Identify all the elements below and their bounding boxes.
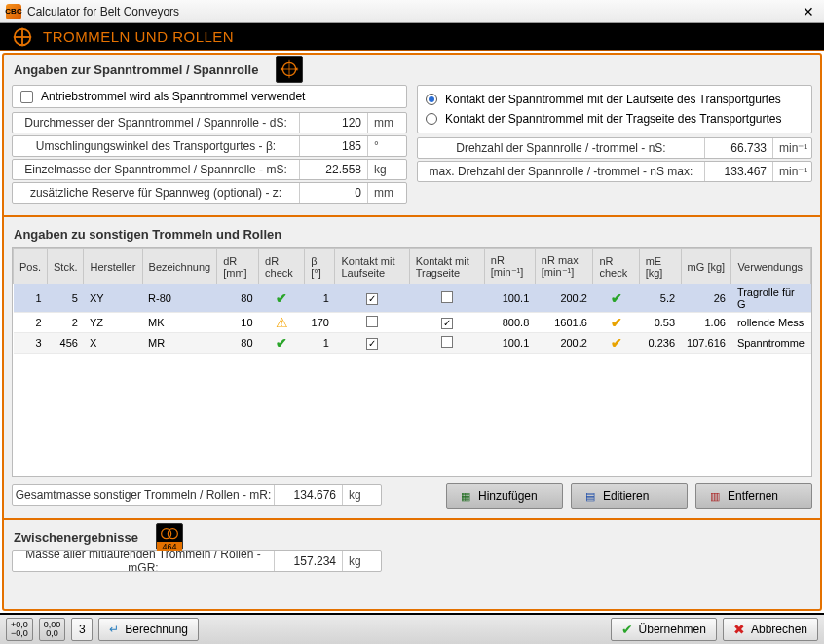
badge-value: 464 [157,542,182,551]
delete-button[interactable]: ▥Entfernen [695,483,812,509]
edit-icon: ▤ [583,489,597,503]
cancel-icon: ✖ [733,622,745,637]
svg-point-7 [168,528,177,538]
radio-tragseite[interactable]: Kontakt der Spanntrommel mit der Tragsei… [426,109,804,129]
check-icon: ✔ [276,290,287,306]
column-header[interactable]: mG [kg] [681,249,731,284]
field-value[interactable]: 22.558 [299,160,367,179]
checkbox-icon[interactable]: ✓ [366,293,378,305]
column-header[interactable]: nR [min⁻¹] [484,249,535,284]
field-label: Drehzahl der Spannrolle / -trommel - nS: [418,141,704,155]
column-header[interactable]: Kontakt mit Laufseite [335,249,409,284]
column-header[interactable]: β [°] [305,249,335,284]
field-unit: mm [367,113,406,133]
cancel-label: Abbrechen [751,623,807,636]
table-row[interactable]: 15XYR-8080✔1✓100.1200.2✔5.226Tragrolle f… [14,284,811,313]
input-row[interactable]: zusätzliche Reserve für Spannweg (option… [12,182,407,204]
column-header[interactable]: Verwendungs [731,249,811,284]
field-value[interactable]: 185 [299,136,367,156]
column-header[interactable]: nR max [min⁻¹] [535,249,593,284]
precision-toggle-2[interactable]: 0,000,0 [39,618,66,641]
delete-label: Entfernen [728,489,778,503]
column-header[interactable]: dR [mm] [217,249,259,284]
page-title: TROMMELN UND ROLLEN [43,28,234,45]
add-button[interactable]: ▦Hinzufügen [446,483,563,509]
field-value: 66.733 [704,138,772,158]
field-unit: mm [367,183,406,203]
titlebar: CBC Calculator for Belt Conveyors ✕ [0,0,824,23]
field-label: zusätzliche Reserve für Spannweg (option… [13,186,299,200]
check-icon: ✔ [611,315,622,330]
column-header[interactable]: Stck. [48,249,84,284]
output-row: max. Drehzahl der Spannrolle / -trommel … [417,161,812,182]
close-icon[interactable]: ✕ [799,4,818,19]
radio-label: Kontakt der Spanntrommel mit der Laufsei… [445,93,781,106]
radio-laufseite[interactable]: Kontakt der Spanntrommel mit der Laufsei… [426,90,804,109]
ok-icon: ✔ [621,622,633,637]
column-header[interactable]: Pos. [14,249,48,284]
checkbox-icon[interactable] [441,336,453,348]
field-value[interactable]: 0 [299,183,367,203]
target-icon[interactable] [276,56,303,83]
result-unit: kg [342,551,381,571]
field-label: Einzelmasse der Spanntrommel / Spannroll… [13,163,299,176]
radio-icon[interactable] [426,113,437,125]
page-header: TROMMELN UND ROLLEN [0,23,824,51]
section-title-sonst: Angaben zu sonstigen Trommeln und Rollen [4,219,820,247]
column-header[interactable]: dR check [259,249,305,284]
checkbox-antriebstrommel[interactable]: Antriebstrommel wird als Spanntrommel ve… [12,85,407,108]
field-value[interactable]: 120 [299,113,367,133]
input-row[interactable]: Durchmesser der Spanntrommel / Spannroll… [12,112,407,133]
field-unit: min⁻¹ [772,138,811,158]
table-row[interactable]: 3456XMR80✔1✓100.1200.2✔0.236107.616Spann… [14,333,811,354]
check-icon: ✔ [611,290,622,306]
checkbox-icon[interactable]: ✓ [441,318,453,329]
add-icon: ▦ [459,489,472,503]
delete-icon: ▥ [708,489,722,503]
header-icon [12,26,33,48]
calculate-button[interactable]: ↵Berechnung [98,618,199,641]
radio-icon[interactable] [426,94,437,105]
edit-label: Editieren [603,489,649,503]
checkbox-icon[interactable] [20,91,33,103]
section-title-result: Zwischenergebnisse [4,522,148,550]
field-label: Durchmesser der Spanntrommel / Spannroll… [13,116,299,130]
check-icon: ✔ [611,335,622,351]
section-title-spann: Angaben zur Spanntrommel / Spannrolle [4,55,268,83]
column-header[interactable]: Bezeichnung [142,249,217,284]
column-header[interactable]: mE [kg] [639,249,681,284]
app-icon: CBC [6,4,21,19]
field-unit: kg [367,160,406,179]
checkbox-icon[interactable]: ✓ [366,338,378,350]
input-row[interactable]: Umschlingungswinkel des Transportgurtes … [12,135,407,157]
ok-label: Übernehmen [639,623,706,636]
result-value: 157.234 [274,551,342,571]
sum-value: 134.676 [274,485,342,505]
result-target-icon[interactable]: 464 [156,523,183,550]
column-header[interactable]: Kontakt mit Tragseite [409,249,484,284]
radio-label: Kontakt der Spanntrommel mit der Tragsei… [445,112,782,126]
precision-toggle-1[interactable]: +0,0−0,0 [6,618,33,641]
warn-icon: ⚠ [276,315,288,330]
calc-icon: ↵ [109,623,119,636]
ok-button[interactable]: ✔Übernehmen [611,618,717,641]
field-label: max. Drehzahl der Spannrolle / -trommel … [418,165,704,178]
column-header[interactable]: Hersteller [84,249,142,284]
column-header[interactable]: nR check [593,249,639,284]
output-row: Drehzahl der Spannrolle / -trommel - nS:… [417,137,812,159]
spann-left-col: Antriebstrommel wird als Spanntrommel ve… [12,85,407,206]
table-row[interactable]: 22YZMK10⚠170✓800.81601.6✔0.531.06rollend… [14,313,811,333]
add-label: Hinzufügen [478,489,538,503]
result-label: Masse aller mitlaufenden Trommeln / Roll… [13,550,274,572]
edit-button[interactable]: ▤Editieren [571,483,688,509]
cancel-button[interactable]: ✖Abbrechen [723,618,818,641]
checkbox-label: Antriebstrommel wird als Spanntrommel ve… [41,90,305,103]
decimals-field[interactable]: 3 [71,618,93,641]
field-unit: min⁻¹ [772,162,811,181]
trommel-table[interactable]: Pos.Stck.HerstellerBezeichnungdR [mm]dR … [12,247,812,477]
calc-label: Berechnung [125,623,188,636]
checkbox-icon[interactable] [441,291,453,303]
field-value: 133.467 [704,162,772,181]
input-row[interactable]: Einzelmasse der Spanntrommel / Spannroll… [12,159,407,180]
checkbox-icon[interactable] [366,316,378,327]
